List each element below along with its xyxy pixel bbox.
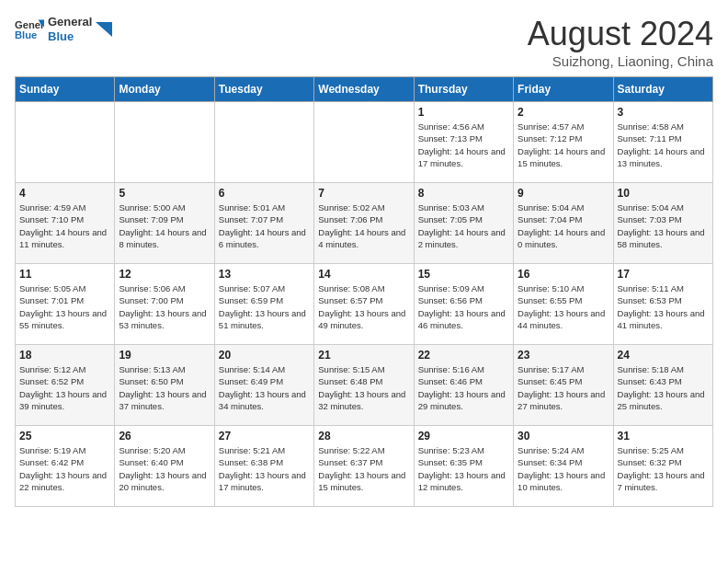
calendar-week-1: 1Sunrise: 4:56 AMSunset: 7:13 PMDaylight… [16,102,713,183]
calendar-cell: 26Sunrise: 5:20 AMSunset: 6:40 PMDayligh… [115,426,214,507]
day-number: 28 [318,430,409,442]
day-info: Sunrise: 5:25 AMSunset: 6:32 PMDaylight:… [618,444,709,493]
day-number: 27 [219,430,310,442]
day-info: Sunrise: 5:03 AMSunset: 7:05 PMDaylight:… [418,201,509,250]
calendar-cell: 5Sunrise: 5:00 AMSunset: 7:09 PMDaylight… [115,183,214,264]
day-info: Sunrise: 5:18 AMSunset: 6:43 PMDaylight:… [618,363,709,412]
day-info: Sunrise: 4:58 AMSunset: 7:11 PMDaylight:… [618,121,709,169]
weekday-header-tuesday: Tuesday [214,77,313,102]
day-number: 22 [418,349,509,362]
calendar-cell: 10Sunrise: 5:04 AMSunset: 7:03 PMDayligh… [613,183,712,264]
weekday-header-row: SundayMondayTuesdayWednesdayThursdayFrid… [16,77,713,102]
day-number: 19 [119,349,210,362]
day-number: 23 [518,349,609,362]
day-info: Sunrise: 5:13 AMSunset: 6:50 PMDaylight:… [119,363,210,412]
day-info: Sunrise: 4:56 AMSunset: 7:13 PMDaylight:… [418,121,509,169]
day-info: Sunrise: 5:00 AMSunset: 7:09 PMDaylight:… [119,201,210,250]
calendar-cell: 18Sunrise: 5:12 AMSunset: 6:52 PMDayligh… [16,345,115,426]
day-info: Sunrise: 5:10 AMSunset: 6:55 PMDaylight:… [518,282,609,331]
day-number: 1 [418,106,509,119]
day-info: Sunrise: 5:07 AMSunset: 6:59 PMDaylight:… [219,282,310,331]
day-number: 17 [618,268,709,281]
calendar-cell [314,102,414,183]
calendar-cell: 19Sunrise: 5:13 AMSunset: 6:50 PMDayligh… [115,345,214,426]
calendar-cell: 31Sunrise: 5:25 AMSunset: 6:32 PMDayligh… [613,426,712,507]
calendar-cell: 12Sunrise: 5:06 AMSunset: 7:00 PMDayligh… [115,264,214,345]
day-number: 15 [418,268,509,281]
month-title: August 2024 [528,15,713,53]
day-number: 5 [119,187,210,200]
calendar-cell [214,102,313,183]
day-number: 26 [119,430,210,442]
day-number: 4 [19,187,110,200]
calendar-cell: 13Sunrise: 5:07 AMSunset: 6:59 PMDayligh… [214,264,313,345]
day-info: Sunrise: 5:24 AMSunset: 6:34 PMDaylight:… [518,444,609,493]
calendar-week-3: 11Sunrise: 5:05 AMSunset: 7:01 PMDayligh… [16,264,713,345]
day-info: Sunrise: 5:11 AMSunset: 6:53 PMDaylight:… [618,282,709,331]
calendar-week-5: 25Sunrise: 5:19 AMSunset: 6:42 PMDayligh… [16,426,713,507]
day-info: Sunrise: 5:12 AMSunset: 6:52 PMDaylight:… [19,363,110,412]
calendar-cell: 4Sunrise: 4:59 AMSunset: 7:10 PMDaylight… [16,183,115,264]
day-info: Sunrise: 5:09 AMSunset: 6:56 PMDaylight:… [418,282,509,331]
calendar-week-4: 18Sunrise: 5:12 AMSunset: 6:52 PMDayligh… [16,345,713,426]
weekday-header-friday: Friday [514,77,613,102]
day-info: Sunrise: 5:20 AMSunset: 6:40 PMDaylight:… [119,444,210,493]
logo-blue: Blue [48,29,92,44]
weekday-header-monday: Monday [115,77,214,102]
logo-icon: General Blue [15,17,44,42]
day-number: 10 [618,187,709,200]
day-number: 21 [318,349,409,362]
day-number: 9 [518,187,609,200]
weekday-header-thursday: Thursday [414,77,513,102]
calendar-cell: 16Sunrise: 5:10 AMSunset: 6:55 PMDayligh… [514,264,613,345]
weekday-header-sunday: Sunday [16,77,115,102]
day-number: 11 [19,268,110,281]
day-info: Sunrise: 5:19 AMSunset: 6:42 PMDaylight:… [19,444,110,493]
weekday-header-wednesday: Wednesday [314,77,414,102]
day-info: Sunrise: 5:21 AMSunset: 6:38 PMDaylight:… [219,444,310,493]
calendar-cell: 15Sunrise: 5:09 AMSunset: 6:56 PMDayligh… [414,264,513,345]
day-number: 29 [418,430,509,442]
calendar-cell: 25Sunrise: 5:19 AMSunset: 6:42 PMDayligh… [16,426,115,507]
calendar-cell: 11Sunrise: 5:05 AMSunset: 7:01 PMDayligh… [16,264,115,345]
calendar-cell: 29Sunrise: 5:23 AMSunset: 6:35 PMDayligh… [414,426,513,507]
calendar-cell: 14Sunrise: 5:08 AMSunset: 6:57 PMDayligh… [314,264,414,345]
day-number: 3 [618,106,709,119]
calendar-cell: 23Sunrise: 5:17 AMSunset: 6:45 PMDayligh… [514,345,613,426]
calendar-cell: 9Sunrise: 5:04 AMSunset: 7:04 PMDaylight… [514,183,613,264]
day-info: Sunrise: 5:04 AMSunset: 7:03 PMDaylight:… [618,201,709,250]
day-number: 7 [318,187,409,200]
day-info: Sunrise: 5:22 AMSunset: 6:37 PMDaylight:… [318,444,409,493]
day-info: Sunrise: 5:01 AMSunset: 7:07 PMDaylight:… [219,201,310,250]
day-number: 16 [518,268,609,281]
day-info: Sunrise: 5:02 AMSunset: 7:06 PMDaylight:… [318,201,409,250]
calendar-cell: 7Sunrise: 5:02 AMSunset: 7:06 PMDaylight… [314,183,414,264]
calendar-cell: 17Sunrise: 5:11 AMSunset: 6:53 PMDayligh… [613,264,712,345]
calendar-cell [16,102,115,183]
day-number: 2 [518,106,609,119]
location-subtitle: Suizhong, Liaoning, China [528,53,713,69]
day-info: Sunrise: 5:05 AMSunset: 7:01 PMDaylight:… [19,282,110,331]
day-number: 18 [19,349,110,362]
day-info: Sunrise: 5:08 AMSunset: 6:57 PMDaylight:… [318,282,409,331]
calendar-week-2: 4Sunrise: 4:59 AMSunset: 7:10 PMDaylight… [16,183,713,264]
day-info: Sunrise: 5:17 AMSunset: 6:45 PMDaylight:… [518,363,609,412]
day-info: Sunrise: 5:06 AMSunset: 7:00 PMDaylight:… [119,282,210,331]
calendar-cell: 20Sunrise: 5:14 AMSunset: 6:49 PMDayligh… [214,345,313,426]
logo: General Blue General Blue [15,15,112,43]
calendar-cell: 8Sunrise: 5:03 AMSunset: 7:05 PMDaylight… [414,183,513,264]
day-info: Sunrise: 5:23 AMSunset: 6:35 PMDaylight:… [418,444,509,493]
calendar-cell: 2Sunrise: 4:57 AMSunset: 7:12 PMDaylight… [514,102,613,183]
day-info: Sunrise: 5:04 AMSunset: 7:04 PMDaylight:… [518,201,609,250]
day-number: 31 [618,430,709,442]
day-info: Sunrise: 4:59 AMSunset: 7:10 PMDaylight:… [19,201,110,250]
calendar-cell: 22Sunrise: 5:16 AMSunset: 6:46 PMDayligh… [414,345,513,426]
day-info: Sunrise: 5:14 AMSunset: 6:49 PMDaylight:… [219,363,310,412]
calendar-cell: 3Sunrise: 4:58 AMSunset: 7:11 PMDaylight… [613,102,712,183]
day-number: 24 [618,349,709,362]
calendar-cell: 6Sunrise: 5:01 AMSunset: 7:07 PMDaylight… [214,183,313,264]
title-block: August 2024 Suizhong, Liaoning, China [528,15,713,69]
day-number: 13 [219,268,310,281]
calendar-cell: 30Sunrise: 5:24 AMSunset: 6:34 PMDayligh… [514,426,613,507]
calendar-cell: 27Sunrise: 5:21 AMSunset: 6:38 PMDayligh… [214,426,313,507]
